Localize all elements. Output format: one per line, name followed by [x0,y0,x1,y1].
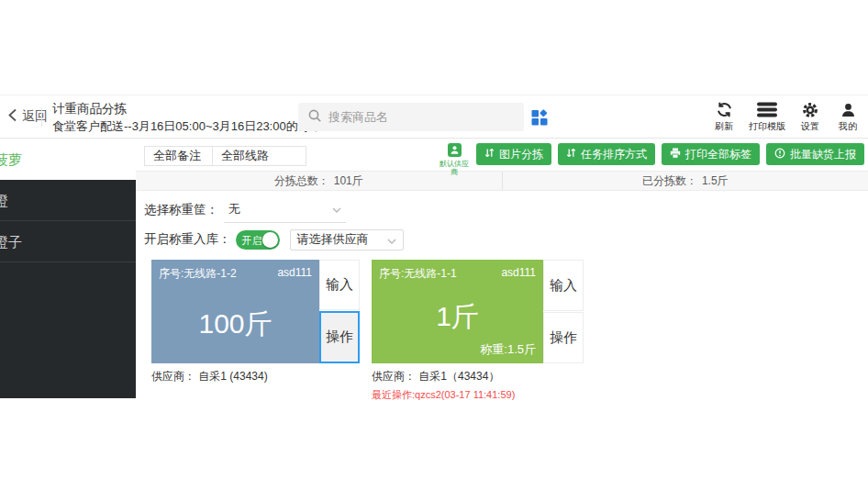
sidebar-item-orange[interactable]: 橙 [0,180,136,221]
task-card-body[interactable]: 序号:无线路-1-1 asd111 1斤 称重:1.5斤 [372,260,543,363]
print-all-labels-button[interactable]: 打印全部标签 [662,143,760,165]
input-button[interactable]: 输入 [543,260,584,311]
card-code: asd111 [501,266,536,282]
sidebar-item-orange2[interactable]: 橙子 [0,221,136,262]
my-account-button[interactable]: 我的 [835,101,861,133]
input-button[interactable]: 输入 [319,260,360,310]
back-label: 返回 [22,108,48,125]
search-input[interactable] [328,110,515,124]
supplier-select[interactable]: 请选择供应商 [290,229,404,250]
page-title: 计重商品分拣 [52,100,322,117]
basket-label: 选择称重筐： [144,202,218,218]
settings-button[interactable]: 设置 [797,101,823,133]
supplier-person-icon [448,143,462,160]
toolbar-actions: 默认供应商 图片分拣 任务排序方式 [439,143,864,176]
supplier-placeholder: 请选择供应商 [297,231,369,248]
my-account-label: 我的 [839,120,857,133]
sidebar-item-pineapple[interactable]: 菠萝 [0,139,136,180]
sort-icon [566,148,576,161]
task-order-button[interactable]: 任务排序方式 [558,143,655,165]
route-filter-value: 全部线路 [221,148,269,164]
header-actions: 刷新 打印模版 设置 [711,101,861,133]
default-supplier-button[interactable]: 默认供应商 [439,143,470,176]
search-icon [307,108,322,127]
refresh-button[interactable]: 刷新 [711,101,737,133]
search-box[interactable] [298,103,524,131]
print-all-labels-label: 打印全部标签 [685,147,751,162]
print-template-label: 打印模版 [749,120,785,133]
task-order-label: 任务排序方式 [581,147,647,162]
image-sort-button[interactable]: 图片分拣 [476,143,551,165]
image-sort-label: 图片分拣 [499,147,543,162]
card-serial: 序号:无线路-1-2 [159,266,237,282]
toggle-knob [262,232,278,248]
app-window: 返回 计重商品分拣 食堂客户配送--3月16日05:00~3月16日23:00的… [0,0,868,501]
sidebar-item-label: 橙 [0,180,8,221]
main-content: 全部备注 全部线路 默认供应商 图片 [136,139,868,402]
operate-button[interactable]: 操作 [543,312,584,363]
task-card-blue: 序号:无线路-1-2 asd111 100斤 输入 操作 供应商： 自采1 (4… [151,260,360,402]
printer-icon [670,148,681,161]
page-title-block: 计重商品分拣 食堂客户配送--3月16日05:00~3月16日23:00的订单 [52,100,322,135]
card-header: 序号:无线路-1-1 asd111 [372,260,543,288]
user-icon [840,101,856,118]
header: 返回 计重商品分拣 食堂客户配送--3月16日05:00~3月16日23:00的… [0,95,868,139]
card-supplier: 供应商： 自采1 (43434) [151,369,360,384]
chevron-down-icon [332,202,341,216]
sort-icon [484,148,495,161]
card-quantity: 1斤 [372,298,543,336]
print-template-icon [757,101,777,118]
back-chevron-icon [7,108,17,125]
card-supplier: 供应商： 自采1（43434） [372,369,584,384]
basket-row: 选择称重筐： 无 [144,199,868,221]
task-card-green: 序号:无线路-1-1 asd111 1斤 称重:1.5斤 输入 操作 供应商： … [372,260,584,402]
sidebar-item-label: 橙子 [0,221,22,262]
task-card-body[interactable]: 序号:无线路-1-2 asd111 100斤 [151,260,319,363]
basket-value: 无 [228,201,240,217]
sidebar-item-label: 菠萝 [0,139,22,180]
card-header: 序号:无线路-1-2 asd111 [151,260,319,288]
settings-gear-icon [802,101,818,118]
category-grid-icon[interactable] [530,108,549,127]
card-serial: 序号:无线路-1-1 [379,266,457,282]
print-template-button[interactable]: 打印模版 [749,101,785,133]
basket-select[interactable]: 无 [224,198,346,223]
operate-button[interactable]: 操作 [319,311,360,363]
total-count-value: 101斤 [334,173,363,189]
card-code: asd111 [277,266,312,282]
card-recent-operation: 最近操作:qzcs2(03-17 11:41:59) [372,388,584,402]
filter-toolbar: 全部备注 全部线路 默认供应商 图片 [136,139,868,171]
card-button-column: 输入 操作 [319,260,360,363]
chevron-down-icon [387,233,396,247]
weigh-in-toggle[interactable]: 开启 [236,230,280,250]
sidebar-list: 橙 橙子 [0,180,136,398]
batch-stockout-button[interactable]: 批量缺货上报 [766,143,864,165]
task-cards: 序号:无线路-1-2 asd111 100斤 输入 操作 供应商： 自采1 (4… [151,260,868,402]
header-divider [41,108,42,127]
weigh-in-label: 开启称重入库： [144,231,231,248]
card-weight: 称重:1.5斤 [480,341,536,358]
category-sidebar: 菠萝 橙 橙子 [0,139,136,398]
default-supplier-label: 默认供应商 [439,161,470,177]
card-button-column: 输入 操作 [543,260,584,363]
toggle-on-label: 开启 [242,234,262,248]
page-subtitle: 食堂客户配送--3月16日05:00~3月16日23:00的订单 [52,117,322,135]
refresh-icon [716,101,733,118]
route-filter-select[interactable]: 全部线路 [212,146,306,166]
report-icon [774,148,785,161]
card-quantity: 100斤 [151,306,319,343]
weigh-in-row: 开启称重入库： 开启 请选择供应商 [144,228,868,251]
batch-stockout-label: 批量缺货上报 [790,147,856,162]
refresh-label: 刷新 [715,120,733,133]
remark-filter-value: 全部备注 [153,148,201,164]
total-count-label: 分拣总数： [274,173,329,189]
settings-label: 设置 [801,120,819,133]
